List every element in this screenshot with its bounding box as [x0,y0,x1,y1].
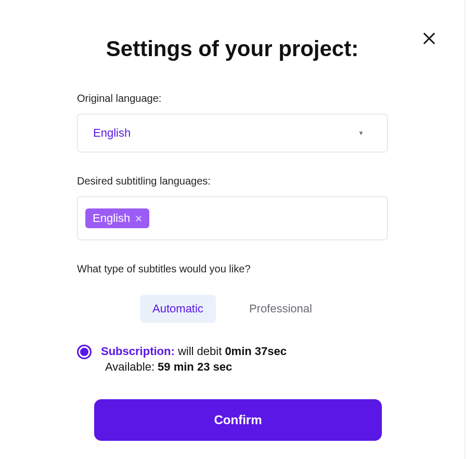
subtitle-type-options: Automatic Professional [77,295,388,323]
project-settings-modal: Settings of your project: Original langu… [0,0,465,459]
close-icon [135,215,142,222]
subscription-text: Subscription: will debit 0min 37sec Avai… [101,344,287,374]
subtitle-type-automatic[interactable]: Automatic [140,295,216,323]
language-tag: English [85,208,149,228]
subscription-radio[interactable] [77,345,92,359]
subscription-row: Subscription: will debit 0min 37sec Avai… [77,344,388,374]
original-language-value: English [93,126,131,140]
desired-languages-input[interactable]: English [77,196,388,240]
subtitle-type-label: What type of subtitles would you like? [77,263,388,275]
language-tag-label: English [93,212,130,225]
close-icon [422,31,436,46]
subscription-label: Subscription: [101,345,175,358]
chevron-down-icon: ▼ [358,129,364,137]
modal-title: Settings of your project: [36,36,428,61]
page-divider [465,0,465,459]
original-language-select[interactable]: English ▼ [77,114,388,152]
close-button[interactable] [420,29,439,48]
confirm-button[interactable]: Confirm [94,399,382,441]
desired-languages-label: Desired subtitling languages: [77,175,388,187]
radio-selected-icon [80,348,88,356]
subscription-debit-value: 0min 37sec [225,345,287,358]
subscription-debit-prefix: will debit [175,345,225,358]
tag-remove-button[interactable] [135,215,142,222]
subscription-available-value: 59 min 23 sec [158,360,232,373]
subscription-available-prefix: Available: [105,360,158,373]
modal-content: Original language: English ▼ Desired sub… [77,93,388,441]
subtitle-type-professional[interactable]: Professional [237,295,325,323]
original-language-label: Original language: [77,93,388,104]
